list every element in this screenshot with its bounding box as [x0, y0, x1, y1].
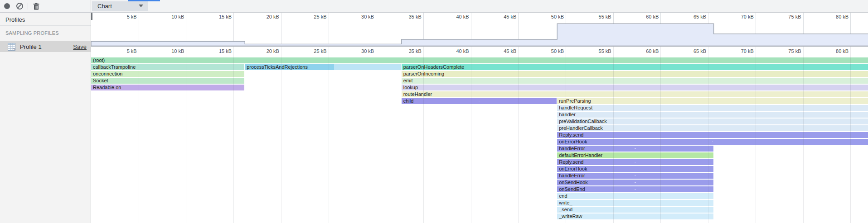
frame-label: handleError — [557, 173, 585, 178]
flame-frame-onsendend[interactable]: onSendEnd — [557, 186, 713, 192]
flame-frame-emit[interactable]: emit — [402, 78, 868, 84]
flame-frame-processticksandrejections[interactable]: processTicksAndRejections — [245, 64, 401, 70]
flame-frame-parseronheaderscomplete[interactable]: parserOnHeadersComplete — [402, 64, 868, 70]
flame-frame-onconnection[interactable]: onconnection — [91, 71, 244, 77]
flame-frame-send[interactable]: _send — [557, 207, 713, 213]
gridline — [803, 47, 804, 223]
ruler-tick-label: 70 kB — [718, 48, 754, 54]
save-profile-link[interactable]: Save — [73, 43, 87, 50]
ruler-tick-label: 10 kB — [148, 14, 184, 19]
ruler-tick-label: 10 kB — [148, 48, 184, 54]
view-mode-value: Chart — [97, 3, 112, 9]
panel-divider — [91, 0, 91, 12]
frame-label: preValidationCallback — [557, 119, 607, 124]
ruler-tick-label: 40 kB — [433, 14, 469, 19]
gridline — [850, 47, 851, 223]
flame-frame-prehandlercallback[interactable]: preHandlerCallback — [557, 125, 868, 131]
flame-frame-handlerequest[interactable]: handleRequest — [557, 105, 868, 111]
overview-drag-handle[interactable] — [91, 13, 92, 20]
flame-frame-end[interactable]: end — [557, 193, 713, 199]
flame-frame-writeraw[interactable]: _writeRaw — [557, 214, 713, 219]
flame-frame-runpreparsing[interactable]: runPreParsing — [557, 98, 868, 104]
flame-chart-pane: 5 kB10 kB15 kB20 kB25 kB30 kB35 kB40 kB4… — [91, 12, 868, 223]
ruler-tick-label: 35 kB — [385, 14, 422, 19]
ruler-tick-label: 35 kB — [385, 48, 422, 54]
flame-frame-root[interactable]: (root) — [91, 57, 868, 63]
profiles-sidebar: Profiles SAMPLING PROFILES % Profile 1 S… — [0, 12, 91, 223]
frame-label: parserOnHeadersComplete — [402, 64, 465, 70]
flame-frame-reply-send[interactable]: Reply.send — [557, 132, 868, 138]
ruler-tick-label: 75 kB — [765, 48, 801, 54]
frame-label: (root) — [91, 57, 105, 63]
clear-icon — [16, 3, 23, 9]
flame-frame-callbacktrampoline[interactable]: callbackTrampoline — [91, 64, 244, 70]
profile-list-item[interactable]: % Profile 1 Save — [0, 41, 91, 52]
flame-frame-lookup[interactable]: lookup — [402, 85, 868, 90]
frame-label: _send — [557, 207, 572, 212]
chevron-down-icon — [139, 5, 143, 7]
flame-frame-parseronincoming[interactable]: parserOnIncoming — [402, 71, 868, 77]
delete-profile-button[interactable] — [31, 2, 41, 11]
ruler-tick-label: 15 kB — [195, 14, 232, 19]
profile-icon: % — [8, 43, 15, 51]
active-tab-accent — [128, 0, 160, 1]
ruler-tick-label: 25 kB — [291, 14, 327, 19]
ruler-tick-label: 40 kB — [433, 48, 469, 54]
record-button[interactable] — [2, 2, 12, 11]
flame-frame-child[interactable]: child — [402, 98, 557, 104]
gridline — [613, 47, 614, 223]
frame-label: handleRequest — [557, 105, 592, 110]
sidebar-divider — [0, 25, 91, 26]
view-mode-select[interactable]: Chart — [92, 1, 148, 11]
record-icon — [4, 3, 10, 9]
frame-label: lookup — [402, 85, 418, 90]
clear-profiles-button[interactable] — [15, 2, 25, 11]
trash-icon — [33, 3, 39, 10]
flame-frame-handleerror[interactable]: handleError — [557, 146, 713, 152]
flame-frame-handler[interactable]: handler — [557, 112, 868, 118]
flame-frame-handleerror[interactable]: handleError — [557, 173, 713, 179]
frame-label: onErrorHook — [557, 139, 587, 144]
gridline — [186, 47, 186, 223]
flame-frame-defaulterrorhandler[interactable]: defaultErrorHandler — [557, 152, 713, 158]
gridline — [329, 47, 329, 223]
overview-bottom-border — [91, 46, 868, 47]
ruler-tick-label: 25 kB — [291, 48, 327, 54]
flame-frame-routehandler[interactable]: routeHandler — [402, 91, 868, 97]
frame-label: callbackTrampoline — [91, 64, 136, 70]
frame-label: handleError — [557, 146, 585, 151]
flame-frame-socket[interactable]: Socket — [91, 78, 244, 84]
flame-frame-reply-send[interactable]: Reply.send — [557, 159, 713, 165]
flame-frame-onerrorhook[interactable]: onErrorHook — [557, 166, 713, 172]
ruler-tick-label: 65 kB — [670, 48, 706, 54]
ruler-tick-label: 15 kB — [195, 48, 232, 54]
flame-frame-readable-on[interactable]: Readable.on — [91, 85, 244, 90]
ruler-tick-label: 60 kB — [622, 48, 659, 54]
gridline — [376, 47, 376, 223]
ruler-tick-label: 70 kB — [718, 14, 754, 19]
frame-label: onconnection — [91, 71, 122, 76]
gridline — [423, 47, 424, 223]
flame-frame-prevalidationcallback[interactable]: preValidationCallback — [557, 119, 868, 124]
flame-frame-write[interactable]: write_ — [557, 200, 713, 206]
gridline — [233, 47, 234, 223]
sidebar-title: Profiles — [5, 16, 25, 23]
frame-label: runPreParsing — [557, 98, 591, 104]
flame-frame-onerrorhook[interactable]: onErrorHook — [557, 139, 868, 145]
gridline — [139, 47, 139, 223]
gridline — [281, 47, 281, 223]
ruler-tick-label: 80 kB — [812, 48, 849, 54]
ruler-tick-label: 60 kB — [622, 14, 659, 19]
profile-name: Profile 1 — [20, 43, 42, 50]
flame-frame-onsendhook[interactable]: onSendHook — [557, 180, 713, 185]
frame-label: routeHandler — [402, 91, 432, 97]
ruler-tick-label: 50 kB — [528, 14, 564, 19]
frame-label: write_ — [557, 200, 572, 205]
frame-label: defaultErrorHandler — [557, 152, 602, 158]
gridline — [518, 47, 519, 223]
toolbar-separator — [28, 3, 28, 9]
frame-label: onErrorHook — [557, 166, 587, 171]
toolbar: Chart — [0, 0, 868, 13]
frame-label: Socket — [91, 78, 108, 83]
gridline — [708, 47, 708, 223]
